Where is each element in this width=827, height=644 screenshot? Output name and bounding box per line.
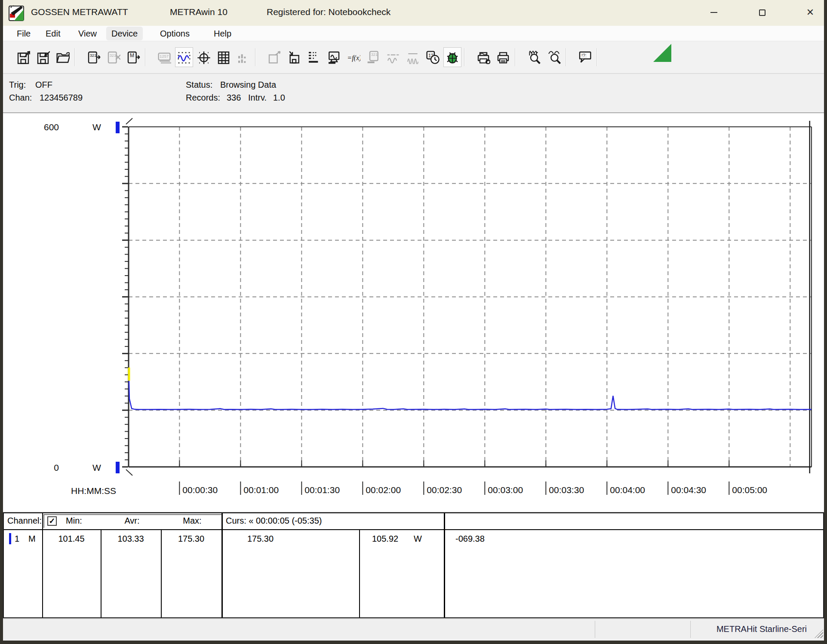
y-axis-unit-top: W	[92, 122, 101, 132]
maximize-icon	[759, 9, 766, 16]
x-tick-label: 00:01:00	[243, 485, 279, 495]
svg-text:321: 321	[90, 53, 97, 58]
channel-color-marker	[9, 533, 11, 544]
table-header-cursor: Curs: « 00:00:05 (-05:35)	[226, 516, 322, 526]
zoom-out-wave-icon	[547, 50, 561, 64]
toolbar-separator	[255, 48, 256, 66]
wave-dense-icon	[406, 50, 420, 64]
debug-mode-button[interactable]	[443, 47, 461, 67]
resize-corner-triangle	[653, 44, 671, 62]
statusbar-separator	[595, 621, 595, 638]
save-button[interactable]	[34, 47, 52, 67]
minimize-button[interactable]	[704, 3, 724, 21]
monitor-online-button[interactable]	[325, 47, 343, 67]
save-as-button[interactable]	[14, 47, 32, 67]
channel-checkbox[interactable]: ✓	[47, 516, 57, 526]
power-chart[interactable]: 00:00:3000:01:0000:01:3000:02:0000:02:30…	[3, 113, 823, 512]
toolbar-separator	[566, 48, 566, 66]
table-gridline	[221, 513, 223, 617]
zoom-in-wave-icon	[527, 50, 541, 64]
title-bar: GOSSEN METRAWATT METRAwin 10 Registered …	[3, 0, 824, 26]
printer-preview-icon	[477, 50, 490, 64]
trig-label: Trig:	[9, 80, 26, 90]
info-bar: Trig: OFF Chan: 123456789 Status: Browsi…	[3, 74, 824, 113]
table-gridline	[444, 513, 445, 617]
menu-item-file[interactable]: File	[12, 27, 36, 40]
menu-bar: FileEditViewDeviceOptionsHelp	[3, 26, 824, 41]
print-preview-button[interactable]	[474, 47, 492, 67]
table-grid-icon	[217, 50, 231, 64]
bug-icon	[446, 50, 459, 64]
statistics-table: Channel: ✓ Min: Avr: Max: Curs: « 00:00:…	[3, 512, 824, 618]
hints-button[interactable]: !?:	[576, 47, 594, 67]
toolbar-separator	[74, 48, 75, 66]
statusbar-separator	[690, 621, 691, 638]
app-logo-icon	[8, 4, 25, 21]
table-view-button[interactable]	[215, 47, 233, 67]
status-bar: METRAHit Starline-Seri	[3, 618, 824, 639]
table-header-channel: Channel:	[7, 516, 42, 526]
status-label: Status:	[186, 80, 212, 90]
y-axis-max-label: 600	[44, 122, 59, 132]
read-device-m-button[interactable]: M	[124, 47, 142, 67]
svg-text:321: 321	[371, 52, 378, 57]
disk-save-icon	[287, 50, 301, 64]
menu-item-view[interactable]: View	[73, 27, 102, 40]
menu-item-help[interactable]: Help	[209, 27, 237, 40]
chart-view-button[interactable]	[175, 47, 193, 67]
menu-item-edit[interactable]: Edit	[40, 27, 65, 40]
crosshair-icon	[197, 50, 211, 64]
row-max-value: 175.30	[161, 534, 221, 544]
chart-panel: 00:00:3000:01:0000:01:3000:02:0000:02:30…	[3, 113, 824, 512]
toolbar-separator	[596, 48, 597, 66]
row-cursor2-unit: W	[414, 534, 422, 544]
status-value: Browsing Data	[220, 80, 276, 90]
zoom-out-button[interactable]	[545, 47, 563, 67]
display-1257-icon: 1257	[157, 50, 171, 64]
time-settings-button[interactable]: 12	[424, 47, 442, 67]
row-min-value: 101.45	[42, 534, 101, 544]
formula-fx-button[interactable]: =f(x)	[344, 47, 363, 67]
channel-marker-bottom[interactable]	[116, 462, 120, 473]
dev-321-icon: 321	[87, 50, 101, 64]
registered-for-text: Registered for: Notebookcheck	[267, 7, 390, 17]
toolbar: 321321M1257=f(x)32112!?:	[3, 41, 824, 74]
print-button[interactable]	[494, 47, 512, 67]
read-device-321-button[interactable]: 321	[85, 47, 103, 67]
chan-value: 123456789	[40, 93, 83, 103]
cursor-crosshair-button[interactable]	[195, 47, 213, 67]
folder-open-icon	[56, 50, 70, 64]
close-icon: ✕	[806, 8, 814, 17]
trigger-continuous-button	[404, 47, 422, 67]
svg-text:M: M	[130, 52, 134, 58]
chan-label: Chan:	[9, 93, 32, 103]
row-channel-number[interactable]: 1	[15, 534, 19, 544]
disconnect-device-321-button: 321	[105, 47, 123, 67]
dev-m-icon: M	[126, 50, 140, 64]
channel-settings-button[interactable]	[305, 47, 323, 67]
x-axis-format-label: HH:MM:SS	[71, 486, 116, 496]
records-label: Records:	[186, 93, 220, 103]
brand-title: GOSSEN METRAWATT	[31, 7, 128, 17]
fx-icon: =f(x)	[347, 50, 360, 64]
y-axis-unit-bottom: W	[92, 463, 101, 472]
row-channel-mode: M	[28, 534, 36, 544]
x-tick-label: 00:04:30	[671, 485, 706, 495]
menu-item-options[interactable]: Options	[155, 27, 195, 40]
open-file-button[interactable]	[54, 47, 72, 67]
toolbar-separator	[515, 48, 516, 66]
channel-marker-top[interactable]	[116, 122, 120, 133]
channel-1-curve[interactable]	[129, 368, 812, 410]
floppy-in-icon	[36, 50, 50, 64]
close-button[interactable]: ✕	[800, 3, 820, 21]
table-gridline	[359, 529, 360, 617]
resize-grip[interactable]	[815, 629, 823, 638]
maximize-button[interactable]	[752, 3, 772, 21]
x-tick-label: 00:00:30	[182, 485, 218, 495]
import-disk-button[interactable]	[285, 47, 303, 67]
disk-share-icon	[267, 50, 281, 64]
menu-item-device[interactable]: Device	[106, 27, 143, 40]
zoom-in-button[interactable]	[525, 47, 543, 67]
export-disk-button	[265, 47, 283, 67]
row-cursor2-value: 105.92	[372, 534, 398, 544]
